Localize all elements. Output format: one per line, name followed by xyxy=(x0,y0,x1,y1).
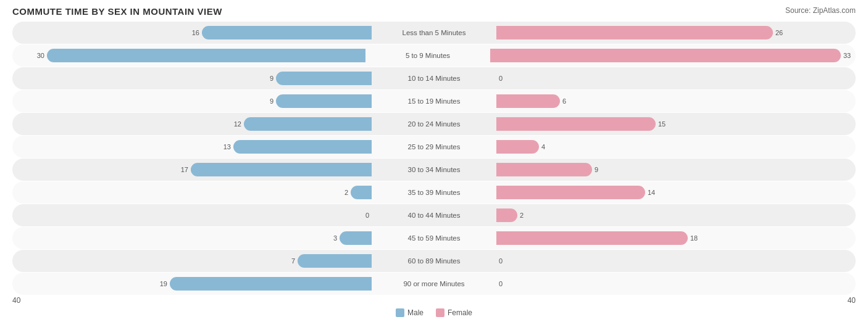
male-bar xyxy=(276,94,372,108)
table-row: 16 Less than 5 Minutes 26 xyxy=(12,22,856,44)
right-side: 0 xyxy=(493,72,856,85)
axis-right-label: 40 xyxy=(848,296,856,305)
female-value: 0 xyxy=(499,280,511,287)
female-bar xyxy=(496,117,656,131)
right-side: 2 xyxy=(493,208,856,222)
legend-male: Male xyxy=(396,308,424,317)
table-row: 2 35 to 39 Minutes 14 xyxy=(12,181,856,204)
left-side: 7 xyxy=(12,254,375,268)
female-value: 0 xyxy=(499,75,511,82)
male-value: 0 xyxy=(357,212,369,219)
female-bar xyxy=(496,140,539,154)
male-value: 17 xyxy=(176,166,188,173)
table-row: 0 40 to 44 Minutes 2 xyxy=(12,204,856,226)
right-side: 0 xyxy=(493,254,856,268)
left-side: 12 xyxy=(12,117,375,131)
right-side: 33 xyxy=(486,49,856,62)
female-bar xyxy=(496,163,592,176)
table-row: 9 10 to 14 Minutes 0 xyxy=(12,67,856,89)
row-label: 35 to 39 Minutes xyxy=(378,189,490,196)
male-value: 13 xyxy=(219,143,231,151)
right-side: 4 xyxy=(493,140,856,154)
row-label: 40 to 44 Minutes xyxy=(378,212,490,219)
row-label: 5 to 9 Minutes xyxy=(372,52,483,59)
bars-area: 16 Less than 5 Minutes 26 30 5 to 9 Minu… xyxy=(12,22,856,295)
left-side: 2 xyxy=(12,186,375,199)
table-row: 7 60 to 89 Minutes 0 xyxy=(12,250,856,272)
legend-male-label: Male xyxy=(407,308,424,317)
table-row: 13 25 to 29 Minutes 4 xyxy=(12,136,856,158)
left-side: 9 xyxy=(12,72,375,85)
right-side: 18 xyxy=(493,231,856,245)
female-bar xyxy=(496,94,560,108)
female-bar xyxy=(490,49,841,62)
left-side: 19 xyxy=(12,277,375,291)
left-side: 17 xyxy=(12,163,375,176)
chart-container: COMMUTE TIME BY SEX IN MOUNTAIN VIEW Sou… xyxy=(0,0,868,322)
left-side: 9 xyxy=(12,94,375,108)
legend: Male Female xyxy=(12,308,856,317)
right-side: 0 xyxy=(493,277,856,291)
right-side: 6 xyxy=(493,94,856,108)
row-label: 90 or more Minutes xyxy=(378,280,490,287)
right-side: 15 xyxy=(493,117,856,131)
male-bar xyxy=(191,163,372,176)
female-bar xyxy=(496,208,517,222)
chart-title: COMMUTE TIME BY SEX IN MOUNTAIN VIEW xyxy=(12,6,856,17)
male-bar xyxy=(202,26,372,39)
female-bar xyxy=(496,186,645,199)
table-row: 30 5 to 9 Minutes 33 xyxy=(12,44,856,67)
axis-bottom: 40 40 xyxy=(12,296,856,305)
male-value: 2 xyxy=(336,189,348,196)
left-side: 3 xyxy=(12,231,375,245)
right-side: 14 xyxy=(493,186,856,199)
male-value: 19 xyxy=(155,280,167,287)
male-bar xyxy=(276,72,372,85)
right-side: 26 xyxy=(493,26,856,39)
male-value: 9 xyxy=(261,75,273,82)
female-value: 26 xyxy=(775,29,788,36)
axis-left-label: 40 xyxy=(12,296,20,305)
table-row: 19 90 or more Minutes 0 xyxy=(12,273,856,295)
male-bar xyxy=(233,140,372,154)
male-value: 7 xyxy=(283,257,295,265)
male-value: 30 xyxy=(32,52,44,59)
row-label: 10 to 14 Minutes xyxy=(378,75,490,82)
table-row: 3 45 to 59 Minutes 18 xyxy=(12,227,856,249)
left-side: 30 xyxy=(12,49,369,62)
row-label: 45 to 59 Minutes xyxy=(378,234,490,242)
row-label: 20 to 24 Minutes xyxy=(378,120,490,128)
female-value: 14 xyxy=(648,189,660,196)
left-side: 13 xyxy=(12,140,375,154)
male-value: 9 xyxy=(261,97,273,105)
right-side: 9 xyxy=(493,163,856,176)
female-value: 33 xyxy=(843,52,856,59)
table-row: 17 30 to 34 Minutes 9 xyxy=(12,159,856,181)
male-bar xyxy=(47,49,365,62)
source-label: Source: ZipAtlas.com xyxy=(785,6,856,15)
female-value: 0 xyxy=(499,257,511,265)
legend-female: Female xyxy=(436,308,472,317)
female-bar xyxy=(496,26,773,39)
male-bar xyxy=(340,231,372,245)
table-row: 12 20 to 24 Minutes 15 xyxy=(12,113,856,135)
row-label: 60 to 89 Minutes xyxy=(378,257,490,265)
female-value: 4 xyxy=(541,143,554,151)
male-bar xyxy=(170,277,372,291)
table-row: 9 15 to 19 Minutes 6 xyxy=(12,90,856,112)
legend-female-label: Female xyxy=(448,308,472,317)
female-value: 6 xyxy=(562,97,575,105)
male-value: 3 xyxy=(325,234,337,242)
row-label: 15 to 19 Minutes xyxy=(378,97,490,105)
female-value: 9 xyxy=(595,166,607,173)
male-bar xyxy=(298,254,372,268)
female-value: 15 xyxy=(658,120,670,128)
female-value: 18 xyxy=(690,234,703,242)
left-side: 16 xyxy=(12,26,375,39)
male-value: 16 xyxy=(187,29,199,36)
left-side: 0 xyxy=(12,208,375,222)
female-bar xyxy=(496,231,688,245)
male-value: 12 xyxy=(229,120,241,128)
row-label: 25 to 29 Minutes xyxy=(378,143,490,151)
male-bar xyxy=(351,186,372,199)
